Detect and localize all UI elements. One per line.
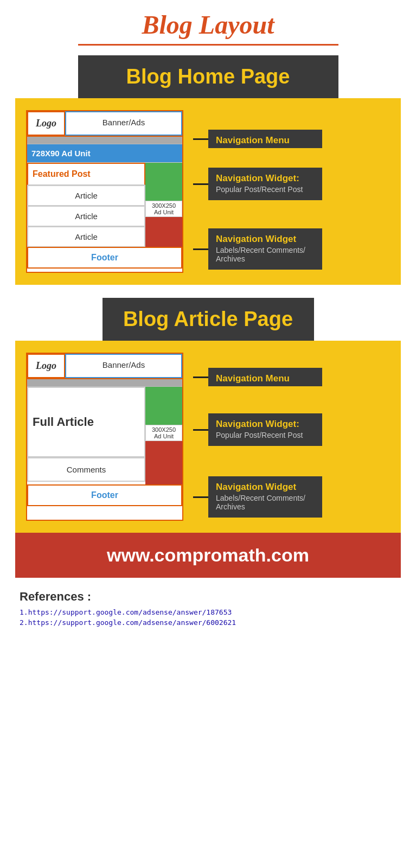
home-article-2: Article <box>27 206 145 226</box>
home-nav-label-row: Navigation Menu <box>193 130 390 148</box>
reference-link-2[interactable]: 2.https://support.google.com/adsense/ans… <box>20 618 396 627</box>
article-full-article: Full Article <box>27 387 145 457</box>
references-title: References : <box>20 590 396 604</box>
website-bar: www.compromath.com <box>15 533 401 578</box>
article-mockup: Logo Banner/Ads Full Article Comments 30… <box>26 353 183 521</box>
article-widget1-label-row: Navigation Widget: Popular Post/Recent P… <box>193 413 390 446</box>
home-footer: Footer <box>27 247 182 269</box>
home-widget2-label-row: Navigation Widget Labels/Recent Comments… <box>193 228 390 270</box>
home-page-yellow-box: Logo Banner/Ads 728X90 Ad Unit Featured … <box>15 98 401 285</box>
article-widget2-label-row: Navigation Widget Labels/Recent Comments… <box>193 476 390 518</box>
home-nav-connector <box>193 138 208 140</box>
home-sidebar-green-ad <box>145 163 182 201</box>
article-sidebar-ad-label: 300X250Ad Unit <box>145 425 182 441</box>
article-labels: Navigation Menu Navigation Widget: Popul… <box>183 353 390 521</box>
home-main: Featured Post Article Article Article <box>27 163 145 247</box>
home-nav-bar <box>27 137 182 144</box>
article-banner: Banner/Ads <box>65 354 182 378</box>
home-mockup: Logo Banner/Ads 728X90 Ad Unit Featured … <box>26 110 183 273</box>
article-comments: Comments <box>27 457 145 482</box>
home-logo: Logo <box>27 111 65 136</box>
home-widget2-connector <box>193 248 208 250</box>
article-footer: Footer <box>27 484 182 506</box>
home-featured-post: Featured Post <box>27 163 145 185</box>
home-widget2-label: Navigation Widget Labels/Recent Comments… <box>208 228 322 270</box>
home-mockup-header: Logo Banner/Ads <box>27 111 182 137</box>
article-widget1-connector <box>193 429 208 431</box>
home-content-area: Featured Post Article Article Article 30… <box>27 163 182 247</box>
home-sidebar-red-ad <box>145 217 182 247</box>
article-page-yellow-box: Logo Banner/Ads Full Article Comments 30… <box>15 341 401 533</box>
article-sidebar-green-ad <box>145 387 182 425</box>
title-divider <box>78 44 338 46</box>
article-logo: Logo <box>27 354 65 378</box>
article-nav-bar <box>27 379 182 387</box>
home-ad-728: 728X90 Ad Unit <box>27 144 182 163</box>
article-nav-label: Navigation Menu <box>208 368 322 386</box>
article-mockup-header: Logo Banner/Ads <box>27 354 182 379</box>
article-nav-connector <box>193 376 208 378</box>
home-widget1-label: Navigation Widget: Popular Post/Recent P… <box>208 168 322 200</box>
article-widget2-connector <box>193 496 208 498</box>
home-page-layout: Logo Banner/Ads 728X90 Ad Unit Featured … <box>26 110 390 273</box>
references-section: References : 1.https://support.google.co… <box>0 578 416 642</box>
home-sidebar: 300X250Ad Unit <box>145 163 182 247</box>
article-page-layout: Logo Banner/Ads Full Article Comments 30… <box>26 353 390 521</box>
article-sidebar-red-ad <box>145 441 182 484</box>
article-nav-label-row: Navigation Menu <box>193 368 390 386</box>
home-banner: Banner/Ads <box>65 111 182 136</box>
article-widget2-label: Navigation Widget Labels/Recent Comments… <box>208 476 322 518</box>
article-widget1-label: Navigation Widget: Popular Post/Recent P… <box>208 413 322 446</box>
article-sidebar: 300X250Ad Unit <box>145 387 182 484</box>
article-content-area: Full Article Comments 300X250Ad Unit <box>27 387 182 484</box>
reference-link-1[interactable]: 1.https://support.google.com/adsense/ans… <box>20 608 396 616</box>
main-title: Blog Layout <box>0 0 416 44</box>
home-page-header: Blog Home Page <box>78 55 338 98</box>
home-nav-label: Navigation Menu <box>208 130 322 148</box>
home-article-3: Article <box>27 226 145 247</box>
home-article-1: Article <box>27 185 145 206</box>
article-main: Full Article Comments <box>27 387 145 484</box>
home-sidebar-ad-label: 300X250Ad Unit <box>145 201 182 217</box>
home-widget1-connector <box>193 183 208 185</box>
article-page-header: Blog Article Page <box>103 298 314 341</box>
home-labels: Navigation Menu Navigation Widget: Popul… <box>183 110 390 273</box>
home-widget1-label-row: Navigation Widget: Popular Post/Recent P… <box>193 168 390 200</box>
